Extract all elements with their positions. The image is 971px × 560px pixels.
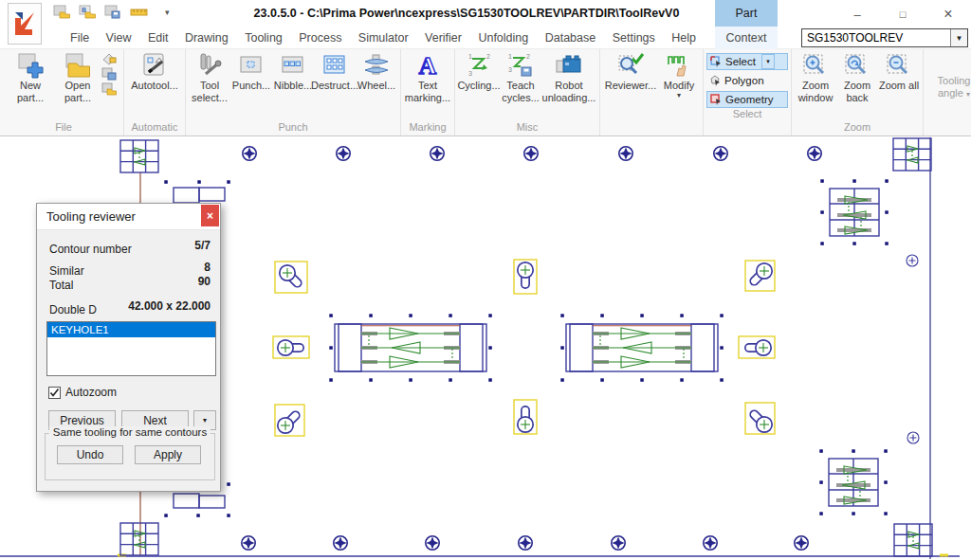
- zoom-back-button[interactable]: Zoom back: [836, 50, 878, 104]
- autotool-button[interactable]: Autotool...: [127, 50, 182, 92]
- menu-tooling[interactable]: Tooling: [243, 28, 284, 47]
- menu-unfolding[interactable]: Unfolding: [476, 28, 530, 47]
- select-dropdown-icon[interactable]: ▾: [761, 54, 775, 69]
- zoom-window-button[interactable]: Zoom window: [795, 50, 836, 104]
- qat-open-by-icon[interactable]: B: [79, 5, 96, 19]
- menu-process[interactable]: Process: [297, 28, 343, 47]
- part-fragment-top[interactable]: [164, 180, 230, 203]
- maximize-button[interactable]: □: [880, 0, 925, 28]
- app-menu-button[interactable]: [8, 3, 42, 45]
- punch-icon: [237, 51, 266, 80]
- open-part-button[interactable]: Open part...: [54, 50, 101, 104]
- cycling-button[interactable]: 1 2 3 Cycling...: [458, 50, 500, 92]
- menu-simulator[interactable]: Simulator: [357, 28, 411, 47]
- punch-button[interactable]: Punch...: [230, 50, 272, 92]
- group-label-zoom: Zoom: [795, 121, 920, 135]
- quick-access-toolbar: B ▾: [53, 5, 170, 19]
- group-label-punch: Punch: [189, 121, 397, 135]
- part-right-bottom[interactable]: [819, 449, 888, 515]
- new-part-button[interactable]: New part...: [7, 50, 54, 104]
- tool-listbox[interactable]: KEYHOLE1: [46, 321, 216, 376]
- modify-dropdown-icon[interactable]: ▾: [677, 92, 681, 99]
- geometry-button[interactable]: Geometry: [706, 91, 788, 108]
- menu-settings[interactable]: Settings: [611, 28, 657, 47]
- part-selector-combobox[interactable]: SG1530TOOLREV ▼: [801, 28, 968, 47]
- part-context-tab[interactable]: Part: [715, 0, 778, 27]
- ribbon-group-marking: A Text marking... Marking: [401, 49, 455, 135]
- robot-unloading-button[interactable]: Robot unloading...: [541, 50, 596, 104]
- undo-button[interactable]: Undo: [57, 445, 123, 464]
- svg-text:3: 3: [508, 66, 512, 73]
- part-center-right[interactable]: [560, 314, 724, 382]
- group-label-misc: Misc: [458, 121, 596, 135]
- tool-list-item-selected[interactable]: KEYHOLE1: [47, 322, 215, 337]
- similar-value: 8: [204, 261, 211, 274]
- part-selector-value: SG1530TOOLREV: [802, 31, 950, 45]
- qat-save-part-icon[interactable]: [53, 5, 70, 19]
- dialog-title-bar[interactable]: Tooling reviewer ×: [37, 204, 220, 230]
- ribbon-group-automatic: Autotool... Automatic: [124, 49, 186, 135]
- apply-button[interactable]: Apply: [135, 445, 201, 464]
- save-to-folder-icon[interactable]: [101, 82, 117, 96]
- same-tooling-groupbox: Same tooling for same contours Undo Appl…: [45, 433, 215, 480]
- menu-database[interactable]: Database: [543, 28, 598, 47]
- nibble-button[interactable]: Nibble...: [272, 50, 314, 92]
- cycling-icon: 1 2 3: [465, 51, 493, 80]
- menu-context[interactable]: Context: [715, 27, 778, 49]
- grid-part-top-left[interactable]: [120, 140, 158, 172]
- tooling-reviewer-dialog: Tooling reviewer × Contour number 5/7 Si…: [36, 203, 221, 492]
- menu-verifier[interactable]: Verifier: [423, 28, 464, 47]
- combo-dropdown-icon[interactable]: ▼: [950, 29, 967, 46]
- autozoom-checkbox[interactable]: [48, 387, 61, 399]
- destruct-button[interactable]: Destruct...: [314, 50, 356, 92]
- keyhole-contours[interactable]: [273, 260, 776, 437]
- autozoom-label: Autozoom: [65, 386, 117, 399]
- tooling-angle-button[interactable]: Tooling angle ▾: [926, 50, 971, 99]
- menu-drawing[interactable]: Drawing: [183, 28, 230, 47]
- part-center-left[interactable]: [329, 314, 492, 382]
- wheel-button[interactable]: Wheel...: [356, 50, 397, 92]
- minimize-button[interactable]: –: [834, 0, 880, 28]
- menu-file[interactable]: File: [68, 28, 91, 47]
- close-button[interactable]: ×: [925, 0, 971, 28]
- grid-part-top-right[interactable]: [893, 138, 931, 171]
- zoom-window-icon: [801, 51, 830, 80]
- menu-view[interactable]: View: [104, 28, 134, 47]
- corner-mark: [940, 554, 948, 557]
- ribbon-group-file: New part... Open part...: [4, 49, 124, 135]
- ribbon-group-punch: Tool select... Punch... Nibble...: [186, 49, 401, 135]
- drawing-canvas[interactable]: Tooling reviewer × Contour number 5/7 Si…: [0, 136, 971, 559]
- reviewer-button[interactable]: Reviewer...: [603, 50, 658, 92]
- qat-save-sheet-icon[interactable]: [104, 5, 121, 19]
- zoom-all-icon: [885, 51, 913, 80]
- tool-select-button[interactable]: Tool select...: [189, 50, 230, 104]
- teach-cycles-button[interactable]: 1 2 3 Teach cycles...: [500, 50, 541, 104]
- qat-measure-icon[interactable]: [130, 7, 149, 18]
- grid-part-bottom-left[interactable]: [120, 523, 158, 555]
- menu-help[interactable]: Help: [669, 28, 698, 47]
- grid-part-bottom-right[interactable]: [894, 524, 932, 556]
- autotool-locked-icon[interactable]: [101, 52, 117, 65]
- polygon-button[interactable]: Polygon: [706, 72, 788, 89]
- save-with-floppy-icon[interactable]: [101, 67, 117, 81]
- group-label-automatic: Automatic: [127, 121, 182, 135]
- svg-text:1: 1: [468, 53, 472, 60]
- dialog-close-button[interactable]: ×: [201, 205, 219, 226]
- select-icon: [710, 56, 722, 67]
- text-marking-icon: A: [413, 51, 442, 80]
- menu-edit[interactable]: Edit: [146, 28, 171, 47]
- qat-customize-icon[interactable]: ▾: [165, 8, 170, 17]
- zoom-all-button[interactable]: Zoom all: [878, 50, 920, 92]
- nibble-icon: [279, 51, 307, 80]
- teach-cycles-icon: 1 2 3: [506, 51, 535, 80]
- same-tooling-label: Same tooling for same contours: [49, 426, 211, 438]
- text-marking-button[interactable]: A Text marking...: [404, 50, 451, 104]
- robot-unloading-icon: [555, 51, 583, 80]
- modify-button[interactable]: Modify ▾: [658, 50, 700, 99]
- geometry-icon: [710, 94, 722, 105]
- select-button[interactable]: Select ▾: [706, 53, 788, 70]
- new-part-icon: [16, 51, 45, 80]
- part-right-top[interactable]: [820, 179, 889, 244]
- ribbon-group-select: Select ▾ Polygon Geometry Select: [704, 49, 792, 135]
- clamp-symbols-top: [243, 147, 821, 160]
